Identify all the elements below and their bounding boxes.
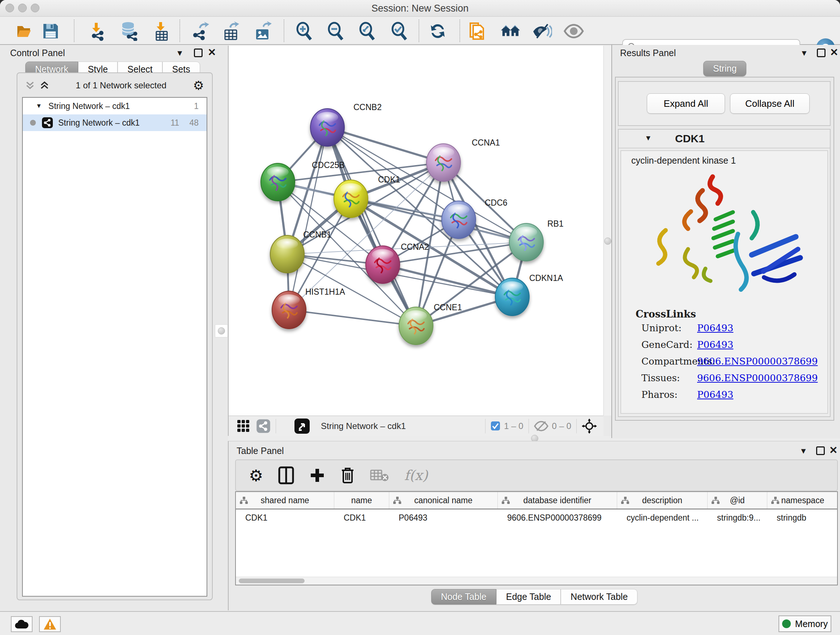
node-CCNB1[interactable]: [270, 235, 304, 273]
save-session-button[interactable]: [41, 21, 61, 41]
column-header-canonical-name[interactable]: canonical name: [389, 492, 498, 509]
results-panel-menu-button[interactable]: ▼: [800, 49, 808, 58]
zoom-in-button[interactable]: [294, 21, 314, 41]
edge-HIST1H1A-CCNE1[interactable]: [289, 310, 416, 326]
delete-table-button[interactable]: [370, 464, 389, 486]
import-table-from-file-button[interactable]: [151, 21, 171, 41]
node-CCNA1[interactable]: [426, 144, 461, 181]
collapse-triangle-icon[interactable]: ▼: [36, 103, 42, 110]
tab-string[interactable]: String: [703, 61, 746, 76]
table-settings-gear-button[interactable]: ⚙: [249, 464, 263, 486]
expand-all-networks-button[interactable]: [40, 81, 49, 90]
cloud-status-button[interactable]: [11, 616, 33, 632]
network-collection-row[interactable]: ▼ String Network – cdk1 1: [23, 98, 207, 114]
network-row[interactable]: String Network – cdk1 11 48: [23, 114, 207, 131]
left-splitter-handle[interactable]: [215, 325, 228, 337]
fit-selected-button[interactable]: [582, 418, 597, 434]
column-header-shared-name[interactable]: shared name: [236, 492, 334, 509]
scrollbar-thumb[interactable]: [239, 578, 305, 583]
table-cell[interactable]: stringdb:9...: [707, 509, 767, 526]
export-image-button[interactable]: [252, 21, 272, 41]
export-table-button[interactable]: [220, 21, 240, 41]
node-RB1[interactable]: [509, 223, 543, 261]
window-title: Session: New Session: [0, 3, 840, 14]
open-session-button[interactable]: [14, 21, 35, 41]
crosslink-value-link[interactable]: P06493: [697, 323, 733, 333]
toolbar-separator: [284, 19, 284, 42]
vertical-splitter[interactable]: [603, 46, 611, 416]
zoom-out-button[interactable]: [325, 21, 346, 41]
import-network-from-database-button[interactable]: [119, 21, 139, 41]
birds-eye-view-button[interactable]: [237, 419, 250, 433]
table-cell[interactable]: stringdb: [767, 509, 838, 526]
zoom-selected-icon: [389, 21, 409, 41]
collapse-all-networks-button[interactable]: [25, 81, 35, 90]
edge-CCNB2-CCNA1[interactable]: [327, 127, 444, 163]
node-CCNA2[interactable]: [366, 246, 400, 283]
node-CDC6[interactable]: [442, 201, 476, 239]
edge-CCNB2-HIST1H1A[interactable]: [289, 127, 327, 310]
zoom-selected-button[interactable]: [389, 21, 409, 41]
network-canvas[interactable]: CCNB2CCNA1CDC25BCDK1CDC6RB1CCNB1CCNA2CDK…: [228, 46, 603, 416]
table-panel-close-button[interactable]: ✕: [829, 444, 837, 456]
tab-edge-table[interactable]: Edge Table: [496, 589, 561, 605]
warnings-button[interactable]: [39, 616, 61, 632]
table-panel-tabs: Node TableEdge TableNetwork Table: [229, 589, 840, 605]
column-header-name[interactable]: name: [334, 492, 389, 509]
crosslink-value-link[interactable]: 9606.ENSP00000378699: [697, 372, 818, 383]
export-network-button[interactable]: [189, 21, 210, 41]
crosslink-value-link[interactable]: 9606.ENSP00000378699: [697, 356, 818, 367]
result-entry-header[interactable]: ▼ CDK1: [619, 130, 830, 149]
node-HIST1H1A[interactable]: [272, 291, 306, 329]
show-columns-button[interactable]: [278, 464, 294, 486]
entry-collapse-triangle-icon[interactable]: ▼: [645, 134, 652, 142]
table-row[interactable]: CDK1CDK1P064939606.ENSP00000378699cyclin…: [236, 509, 837, 526]
duplicate-network-button[interactable]: [467, 21, 488, 41]
node-CDC25B[interactable]: [261, 163, 295, 201]
collapse-all-button[interactable]: Collapse All: [730, 93, 810, 114]
table-cell[interactable]: cyclin-dependent ...: [617, 509, 707, 526]
zoom-fit-button[interactable]: [357, 21, 377, 41]
import-network-from-file-button[interactable]: [87, 21, 107, 41]
network-options-gear-button[interactable]: ⚙: [193, 78, 204, 93]
table-cell[interactable]: CDK1: [236, 509, 334, 526]
table-header-row: shared namenamecanonical namedatabase id…: [236, 492, 837, 509]
table-horizontal-scrollbar[interactable]: [236, 577, 837, 585]
results-panel-float-button[interactable]: [817, 49, 826, 57]
table-panel-float-button[interactable]: [816, 447, 825, 455]
table-cell[interactable]: 9606.ENSP00000378699: [498, 509, 617, 526]
column-header-namespace[interactable]: namespace: [767, 492, 838, 509]
node-CDKN1A[interactable]: [495, 278, 529, 316]
table-cell[interactable]: P06493: [389, 509, 498, 526]
node-CCNE1[interactable]: [399, 307, 433, 345]
control-panel-close-button[interactable]: ✕: [208, 46, 216, 58]
column-header-database-identifier[interactable]: database identifier: [498, 492, 617, 509]
toolbar-divider: [485, 419, 485, 433]
warning-triangle-icon: [43, 618, 57, 630]
first-neighbors-button[interactable]: [500, 21, 521, 41]
memory-button[interactable]: Memory: [778, 616, 831, 632]
crosslink-value-link[interactable]: P06493: [697, 339, 733, 350]
expand-all-button[interactable]: Expand All: [647, 93, 725, 114]
results-panel-close-button[interactable]: ✕: [830, 46, 838, 58]
show-graphics-details-button[interactable]: [564, 21, 584, 41]
tab-network-table[interactable]: Network Table: [561, 589, 638, 605]
detach-view-button[interactable]: [294, 418, 310, 434]
function-builder-button[interactable]: f(x): [404, 464, 428, 486]
column-header-description[interactable]: description: [617, 492, 707, 509]
node-CCNB2[interactable]: [310, 109, 344, 146]
network-overview-button[interactable]: [256, 419, 271, 433]
node-CDK1[interactable]: [334, 180, 368, 218]
apply-preferred-layout-button[interactable]: [428, 21, 448, 41]
crosshair-move-icon: [582, 418, 597, 434]
column-header-id[interactable]: @id: [707, 492, 767, 509]
hide-graphics-details-button[interactable]: [532, 21, 552, 41]
crosslink-value-link[interactable]: P06493: [697, 389, 733, 400]
control-panel-menu-button[interactable]: ▼: [176, 49, 184, 58]
control-panel-float-button[interactable]: [194, 49, 202, 57]
tab-node-table[interactable]: Node Table: [431, 589, 496, 605]
table-cell[interactable]: CDK1: [334, 509, 389, 526]
add-column-button[interactable]: [309, 464, 325, 486]
delete-column-button[interactable]: [340, 464, 355, 486]
table-panel-menu-button[interactable]: ▼: [799, 447, 807, 456]
